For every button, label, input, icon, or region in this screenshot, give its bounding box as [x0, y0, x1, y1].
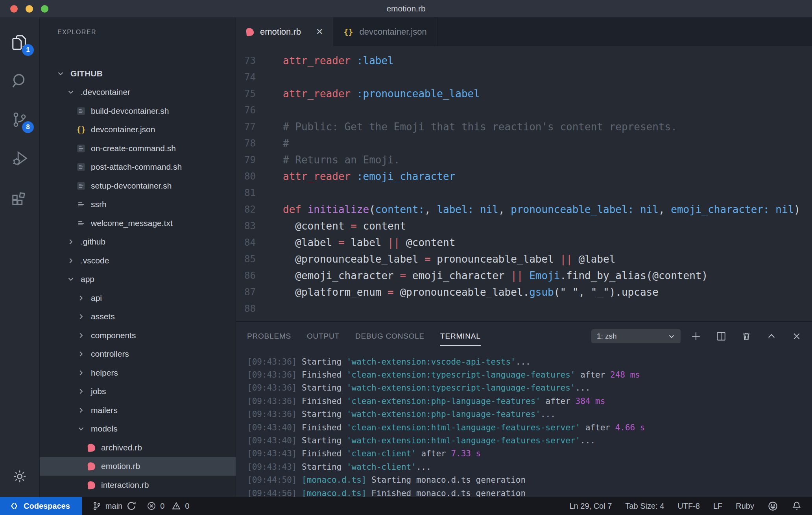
encoding-indicator[interactable]: UTF-8: [677, 502, 700, 511]
panel-tab-debug-console[interactable]: DEBUG CONSOLE: [355, 322, 424, 350]
feedback-button[interactable]: [768, 501, 778, 511]
terminal-line: [09:43:36] Finished 'clean-extension:typ…: [247, 368, 812, 381]
error-count: 0: [160, 502, 164, 511]
chevron-right-icon: [77, 350, 85, 358]
activity-bar-item-run-and-debug[interactable]: [0, 144, 39, 172]
code-line-86[interactable]: 86 @emoji_character = emoji_character ||…: [236, 267, 812, 284]
notifications-button[interactable]: [792, 501, 802, 511]
code-line-80[interactable]: 80attr_reader :emoji_character: [236, 168, 812, 185]
folder-item-mailers[interactable]: mailers: [40, 401, 236, 420]
line-number: 87: [236, 287, 256, 298]
code-line-78[interactable]: 78#: [236, 135, 812, 152]
line-number: 84: [236, 237, 256, 248]
tree-item-label: app: [81, 274, 94, 284]
line-number: 80: [236, 171, 256, 182]
code-line-81[interactable]: 81: [236, 185, 812, 201]
folder-item-jobs[interactable]: jobs: [40, 382, 236, 401]
code-line-76[interactable]: 76: [236, 102, 812, 119]
problems-indicator[interactable]: 0 0: [147, 501, 189, 511]
close-panel-button[interactable]: [791, 330, 803, 342]
tab-size-indicator[interactable]: Tab Size: 4: [625, 502, 664, 511]
folder-item-app[interactable]: app: [40, 270, 236, 289]
folder-item-api[interactable]: api: [40, 289, 236, 308]
file-item-welcome-message-txt[interactable]: welcome_message.txt: [40, 214, 236, 233]
code-line-85[interactable]: 85 @pronounceable_label = pronounceable_…: [236, 251, 812, 267]
shell-file-icon: [77, 163, 85, 171]
file-item-emotion-rb[interactable]: emotion.rb: [40, 457, 236, 476]
terminal-line: [09:44:50] [monaco.d.ts] Starting monaco…: [247, 474, 812, 487]
editor-tab-emotion-rb[interactable]: emotion.rb✕: [236, 17, 333, 46]
code-editor[interactable]: 73attr_reader :label7475attr_reader :pro…: [236, 46, 812, 321]
folder-item-controllers[interactable]: controllers: [40, 345, 236, 364]
panel-tab-terminal[interactable]: TERMINAL: [440, 322, 480, 350]
chevron-right-icon: [77, 387, 85, 396]
tree-item-label: build-devcontainer.sh: [91, 106, 169, 116]
terminal-shell-dropdown[interactable]: 1: zsh: [591, 329, 681, 343]
line-number: 76: [236, 105, 256, 116]
code-line-87[interactable]: 87 @platform_enum = @pronounceable_label…: [236, 284, 812, 300]
codespaces-remote-button[interactable]: Codespaces: [0, 497, 82, 515]
cursor-position[interactable]: Ln 29, Col 7: [569, 502, 612, 511]
file-item-build-devcontainer-sh[interactable]: build-devcontainer.sh: [40, 102, 236, 120]
tree-item-label: assets: [91, 312, 115, 321]
folder-item-github[interactable]: GITHUB: [40, 64, 236, 83]
chevron-right-icon: [77, 406, 85, 415]
file-item-post-attach-command-sh[interactable]: post-attach-command.sh: [40, 158, 236, 177]
activity-bar-item-source-control[interactable]: 8: [0, 106, 39, 134]
gear-icon: [12, 469, 28, 484]
code-line-73[interactable]: 73attr_reader :label: [236, 52, 812, 69]
editor-tab-strip: emotion.rb✕{}devcontainer.json: [236, 17, 812, 46]
chevron-right-icon: [66, 256, 75, 265]
code-line-74[interactable]: 74: [236, 69, 812, 85]
settings-gear-button[interactable]: [0, 465, 39, 488]
maximize-panel-button[interactable]: [766, 330, 777, 342]
file-item-setup-devcontainer-sh[interactable]: setup-devcontainer.sh: [40, 176, 236, 195]
editor-tab-devcontainer-json[interactable]: {}devcontainer.json: [333, 17, 437, 46]
folder-item--github[interactable]: .github: [40, 233, 236, 252]
line-number: 85: [236, 254, 256, 265]
code-line-77[interactable]: 77# Public: Get the Emoji that this reac…: [236, 119, 812, 135]
code-line-82[interactable]: 82def initialize(content:, label: nil, p…: [236, 201, 812, 218]
tab-label: devcontainer.json: [359, 27, 426, 37]
file-item-archived-rb[interactable]: archived.rb: [40, 438, 236, 457]
activity-bar: 18: [0, 17, 39, 497]
split-terminal-button[interactable]: [715, 330, 727, 342]
ruby-file-icon: [87, 443, 96, 452]
file-item-ssrh[interactable]: ssrh: [40, 195, 236, 214]
minimize-window-button[interactable]: [26, 5, 33, 13]
file-item-devcontainer-json[interactable]: {}devcontainer.json: [40, 120, 236, 139]
terminal-output[interactable]: [09:43:36] Starting 'watch-extension:vsc…: [236, 350, 812, 497]
kill-terminal-button[interactable]: [740, 330, 752, 342]
folder-item-helpers[interactable]: helpers: [40, 363, 236, 382]
close-icon[interactable]: ✕: [316, 27, 323, 37]
panel-tab-output[interactable]: OUTPUT: [307, 322, 340, 350]
trash-icon: [741, 331, 751, 341]
tree-item-label: post-attach-command.sh: [91, 162, 182, 172]
warning-count: 0: [185, 502, 189, 511]
code-line-79[interactable]: 79# Returns an Emoji.: [236, 152, 812, 168]
code-line-88[interactable]: 88: [236, 300, 812, 317]
file-item-interaction-rb[interactable]: interaction.rb: [40, 476, 236, 495]
eol-indicator[interactable]: LF: [713, 502, 722, 511]
panel-tab-problems[interactable]: PROBLEMS: [247, 322, 291, 350]
new-terminal-button[interactable]: [690, 330, 702, 342]
folder-item-assets[interactable]: assets: [40, 308, 236, 326]
folder-item--devcontainer[interactable]: .devcontainer: [40, 83, 236, 102]
file-item-on-create-command-sh[interactable]: on-create-command.sh: [40, 139, 236, 158]
terminal-line: [09:43:43] Starting 'watch-client'...: [247, 460, 812, 473]
code-line-83[interactable]: 83 @content = content: [236, 218, 812, 234]
language-mode[interactable]: Ruby: [736, 502, 754, 511]
code-line-75[interactable]: 75attr_reader :pronounceable_label: [236, 85, 812, 102]
folder-item-models[interactable]: models: [40, 420, 236, 439]
badge: 1: [22, 44, 34, 56]
activity-bar-item-extensions[interactable]: [0, 183, 39, 211]
activity-bar-item-explorer[interactable]: 1: [0, 28, 39, 57]
zoom-window-button[interactable]: [41, 5, 48, 13]
folder-item--vscode[interactable]: .vscode: [40, 251, 236, 270]
branch-indicator[interactable]: main: [92, 501, 137, 511]
close-window-button[interactable]: [10, 5, 18, 13]
activity-bar-item-search[interactable]: [0, 67, 39, 95]
tree-item-label: mailers: [91, 406, 118, 415]
code-line-84[interactable]: 84 @label = label || @content: [236, 234, 812, 251]
folder-item-components[interactable]: components: [40, 326, 236, 345]
